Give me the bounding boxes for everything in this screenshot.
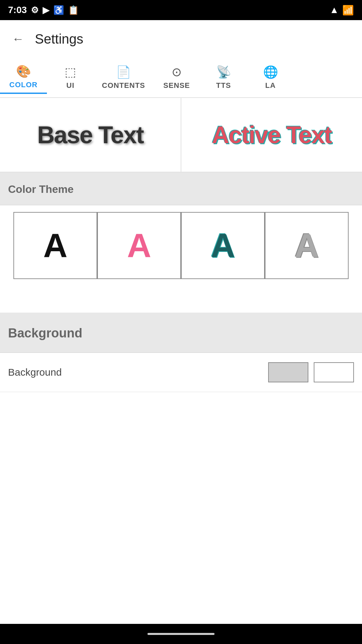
color-tab-icon: 🎨 (16, 64, 31, 78)
theme-letter-gray: A (295, 226, 319, 265)
la-tab-icon: 🌐 (263, 65, 278, 79)
tab-sense[interactable]: ⊙ SENSE (153, 62, 200, 93)
background-swatches (268, 362, 354, 382)
contents-tab-label: CONTENTS (102, 81, 145, 90)
status-indicators: ▲ 📶 (329, 5, 354, 16)
color-theme-grid: A A A A (0, 205, 362, 286)
tab-tts[interactable]: 📡 TTS (200, 62, 247, 93)
tab-color[interactable]: 🎨 COLOR (0, 61, 47, 94)
theme-letter-black: A (43, 226, 67, 265)
active-text-preview-container[interactable]: Active Text (181, 98, 362, 172)
la-tab-label: LA (265, 81, 276, 90)
active-text-preview: Active Text (212, 121, 331, 149)
gear-status-icon: ⚙ (31, 5, 39, 15)
sense-tab-label: SENSE (163, 81, 190, 90)
contents-tab-icon: 📄 (116, 65, 131, 79)
back-arrow-icon: ← (12, 32, 24, 46)
base-text-preview-container[interactable]: Base Text (0, 98, 181, 172)
accessibility-status-icon: ♿ (53, 5, 64, 15)
back-button[interactable]: ← (8, 29, 28, 49)
tab-la[interactable]: 🌐 LA (247, 62, 294, 93)
color-theme-header: Color Theme (0, 172, 362, 205)
base-text-preview: Base Text (37, 121, 143, 149)
wifi-icon: ▲ (329, 5, 339, 15)
status-time: 7:03 ⚙ ▶ ♿ 📋 (8, 5, 79, 15)
home-indicator (147, 633, 215, 635)
color-tab-label: COLOR (9, 80, 38, 89)
background-label: Background (8, 367, 268, 378)
theme-letter-teal: A (211, 226, 235, 265)
page-title: Settings (35, 32, 83, 47)
tab-contents[interactable]: 📄 CONTENTS (94, 62, 153, 93)
ui-tab-label: UI (66, 81, 74, 90)
swatch-white[interactable] (314, 362, 354, 382)
tts-tab-label: TTS (216, 81, 231, 90)
color-theme-title: Color Theme (8, 183, 74, 195)
play-status-icon: ▶ (43, 5, 49, 15)
swatch-gray[interactable] (268, 362, 308, 382)
theme-option-pink[interactable]: A (97, 212, 181, 279)
time-display: 7:03 (8, 5, 27, 15)
theme-option-teal[interactable]: A (181, 212, 265, 279)
background-section: Background Background (0, 313, 362, 392)
text-preview-section: Base Text Active Text (0, 98, 362, 172)
signal-icon: 📶 (342, 5, 354, 16)
bottom-navigation-bar (0, 624, 362, 644)
tts-tab-icon: 📡 (216, 65, 231, 79)
spacer (0, 286, 362, 313)
tabs-container: 🎨 COLOR ⬚ UI 📄 CONTENTS ⊙ SENSE 📡 TTS 🌐 … (0, 58, 362, 98)
app-bar: ← Settings (0, 20, 362, 58)
theme-letter-pink: A (127, 226, 151, 265)
status-bar: 7:03 ⚙ ▶ ♿ 📋 ▲ 📶 (0, 0, 362, 20)
ui-tab-icon: ⬚ (65, 65, 76, 79)
tab-ui[interactable]: ⬚ UI (47, 62, 94, 93)
background-section-title: Background (8, 326, 82, 340)
theme-option-black[interactable]: A (13, 212, 97, 279)
sense-tab-icon: ⊙ (172, 65, 182, 79)
background-section-header: Background (0, 313, 362, 353)
background-row: Background (0, 353, 362, 392)
clipboard-status-icon: 📋 (68, 5, 79, 15)
theme-option-gray[interactable]: A (265, 212, 349, 279)
